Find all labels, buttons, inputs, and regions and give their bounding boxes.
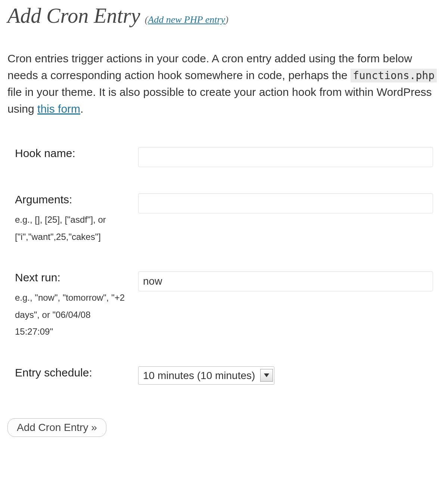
row-hook-name: Hook name: bbox=[7, 140, 441, 186]
page-title-sublink-wrap: (Add new PHP entry) bbox=[145, 14, 228, 25]
arguments-hint: e.g., [], [25], ["asdf"], or ["i","want"… bbox=[15, 211, 131, 245]
entry-schedule-label: Entry schedule: bbox=[15, 366, 131, 379]
code-functions-php: functions.php bbox=[351, 69, 437, 82]
arguments-label: Arguments: bbox=[15, 193, 131, 206]
arguments-input[interactable] bbox=[138, 193, 433, 213]
next-run-input[interactable] bbox=[138, 271, 433, 291]
page-header: Add Cron Entry (Add new PHP entry) bbox=[7, 4, 441, 28]
hook-name-input[interactable] bbox=[138, 147, 433, 167]
sublink-suffix: ) bbox=[225, 14, 228, 25]
entry-schedule-select-wrap: 10 minutes (10 minutes) bbox=[138, 366, 274, 385]
cron-form-table: Hook name: Arguments: e.g., [], [25], ["… bbox=[7, 140, 441, 403]
description-paragraph: Cron entries trigger actions in your cod… bbox=[7, 50, 441, 117]
submit-row: Add Cron Entry » bbox=[7, 403, 441, 437]
this-form-link[interactable]: this form bbox=[37, 103, 80, 115]
next-run-hint: e.g., "now", "tomorrow", "+2 days", or "… bbox=[15, 289, 131, 340]
row-next-run: Next run: e.g., "now", "tomorrow", "+2 d… bbox=[7, 264, 441, 359]
hook-name-label: Hook name: bbox=[15, 147, 131, 160]
add-cron-entry-button[interactable]: Add Cron Entry » bbox=[7, 418, 106, 437]
row-entry-schedule: Entry schedule: 10 minutes (10 minutes) bbox=[7, 359, 441, 403]
entry-schedule-select[interactable]: 10 minutes (10 minutes) bbox=[138, 366, 274, 385]
next-run-label: Next run: bbox=[15, 271, 131, 284]
description-text-3: . bbox=[80, 103, 83, 115]
page-title: Add Cron Entry bbox=[7, 4, 140, 27]
add-new-php-entry-link[interactable]: Add new PHP entry bbox=[148, 14, 225, 25]
row-arguments: Arguments: e.g., [], [25], ["asdf"], or … bbox=[7, 186, 441, 264]
